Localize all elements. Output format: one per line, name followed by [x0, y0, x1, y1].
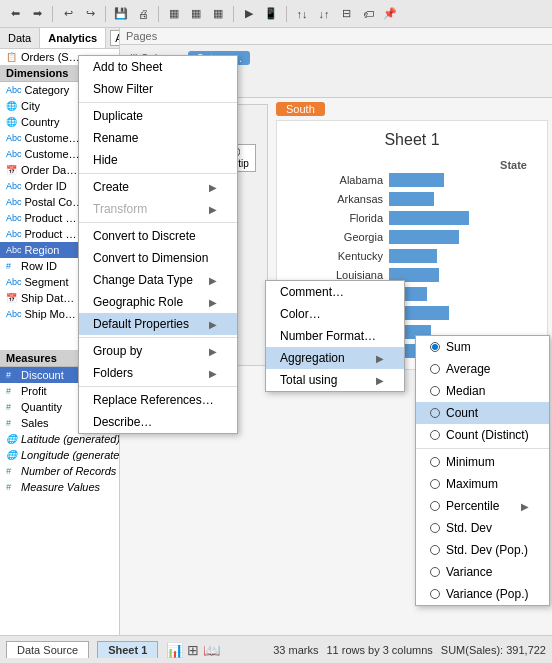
- ctx-create-label: Create: [93, 180, 129, 194]
- agg-sum-radio: [430, 342, 440, 352]
- context-menu-main: Add to Sheet Show Filter Duplicate Renam…: [78, 55, 238, 434]
- ctx-sep-5: [79, 386, 237, 387]
- agg-sum[interactable]: Sum: [416, 336, 549, 358]
- agg-variance-pop[interactable]: Variance (Pop.): [416, 583, 549, 605]
- agg-std-dev-radio: [430, 523, 440, 533]
- agg-std-dev-pop[interactable]: Std. Dev (Pop.): [416, 539, 549, 561]
- agg-std-dev[interactable]: Std. Dev: [416, 517, 549, 539]
- ctx-change-dtype-arrow: ▶: [209, 275, 217, 286]
- ctx-default-props-label: Default Properties: [93, 317, 189, 331]
- ctx-change-dtype[interactable]: Change Data Type▶: [79, 269, 237, 291]
- ctx-default-props-arrow: ▶: [209, 319, 217, 330]
- agg-percentile-label: Percentile: [446, 499, 499, 513]
- agg-variance-radio: [430, 567, 440, 577]
- submenu-default-props: Comment… Color… Number Format… Aggregati…: [265, 280, 405, 392]
- agg-count-label: Count: [446, 406, 478, 420]
- sub-color-label: Color…: [280, 307, 321, 321]
- ctx-transform: Transform▶: [79, 198, 237, 220]
- agg-maximum-radio: [430, 479, 440, 489]
- sub-color[interactable]: Color…: [266, 303, 404, 325]
- ctx-folders-arrow: ▶: [209, 368, 217, 379]
- ctx-default-props[interactable]: Default Properties▶: [79, 313, 237, 335]
- ctx-convert-dimension-label: Convert to Dimension: [93, 251, 208, 265]
- sub-number-format-label: Number Format…: [280, 329, 376, 343]
- ctx-convert-dimension[interactable]: Convert to Dimension: [79, 247, 237, 269]
- ctx-geo-role[interactable]: Geographic Role▶: [79, 291, 237, 313]
- sub-total-using-arrow: ▶: [376, 375, 384, 386]
- agg-std-dev-label: Std. Dev: [446, 521, 492, 535]
- agg-median-radio: [430, 386, 440, 396]
- ctx-folders[interactable]: Folders▶: [79, 362, 237, 384]
- ctx-convert-discrete-label: Convert to Discrete: [93, 229, 196, 243]
- agg-percentile-arrow: ▶: [521, 501, 529, 512]
- agg-median[interactable]: Median: [416, 380, 549, 402]
- ctx-rename[interactable]: Rename: [79, 127, 237, 149]
- sub-number-format[interactable]: Number Format…: [266, 325, 404, 347]
- ctx-create-arrow: ▶: [209, 182, 217, 193]
- agg-minimum-radio: [430, 457, 440, 467]
- ctx-replace-refs-label: Replace References…: [93, 393, 214, 407]
- agg-minimum[interactable]: Minimum: [416, 451, 549, 473]
- agg-count-distinct-label: Count (Distinct): [446, 428, 529, 442]
- ctx-change-dtype-label: Change Data Type: [93, 273, 193, 287]
- ctx-show-filter[interactable]: Show Filter: [79, 78, 237, 100]
- agg-maximum[interactable]: Maximum: [416, 473, 549, 495]
- ctx-sep-4: [79, 337, 237, 338]
- sub-total-using[interactable]: Total using▶: [266, 369, 404, 391]
- ctx-sep-3: [79, 222, 237, 223]
- agg-count[interactable]: Count: [416, 402, 549, 424]
- agg-variance-pop-label: Variance (Pop.): [446, 587, 528, 601]
- sub-aggregation[interactable]: Aggregation▶: [266, 347, 404, 369]
- agg-std-dev-pop-radio: [430, 545, 440, 555]
- agg-average-label: Average: [446, 362, 490, 376]
- ctx-create[interactable]: Create▶: [79, 176, 237, 198]
- ctx-group-by-arrow: ▶: [209, 346, 217, 357]
- ctx-hide-label: Hide: [93, 153, 118, 167]
- ctx-sep-1: [79, 102, 237, 103]
- ctx-replace-refs[interactable]: Replace References…: [79, 389, 237, 411]
- agg-count-distinct[interactable]: Count (Distinct): [416, 424, 549, 446]
- context-menu-overlay: Add to Sheet Show Filter Duplicate Renam…: [0, 0, 552, 663]
- ctx-rename-label: Rename: [93, 131, 138, 145]
- agg-median-label: Median: [446, 384, 485, 398]
- agg-variance[interactable]: Variance: [416, 561, 549, 583]
- ctx-show-filter-label: Show Filter: [93, 82, 153, 96]
- sub-aggregation-arrow: ▶: [376, 353, 384, 364]
- ctx-duplicate[interactable]: Duplicate: [79, 105, 237, 127]
- agg-count-distinct-radio: [430, 430, 440, 440]
- agg-percentile[interactable]: Percentile ▶: [416, 495, 549, 517]
- ctx-geo-role-arrow: ▶: [209, 297, 217, 308]
- agg-average[interactable]: Average: [416, 358, 549, 380]
- agg-percentile-radio: [430, 501, 440, 511]
- ctx-add-to-sheet[interactable]: Add to Sheet: [79, 56, 237, 78]
- ctx-add-to-sheet-label: Add to Sheet: [93, 60, 162, 74]
- ctx-describe-label: Describe…: [93, 415, 152, 429]
- sub-total-using-label: Total using: [280, 373, 337, 387]
- agg-sep: [416, 448, 549, 449]
- ctx-hide[interactable]: Hide: [79, 149, 237, 171]
- ctx-geo-role-label: Geographic Role: [93, 295, 183, 309]
- ctx-convert-discrete[interactable]: Convert to Discrete: [79, 225, 237, 247]
- ctx-duplicate-label: Duplicate: [93, 109, 143, 123]
- sub-comment[interactable]: Comment…: [266, 281, 404, 303]
- ctx-group-by[interactable]: Group by▶: [79, 340, 237, 362]
- agg-maximum-label: Maximum: [446, 477, 498, 491]
- agg-variance-pop-radio: [430, 589, 440, 599]
- ctx-sep-2: [79, 173, 237, 174]
- agg-sum-label: Sum: [446, 340, 471, 354]
- ctx-folders-label: Folders: [93, 366, 133, 380]
- sub-comment-label: Comment…: [280, 285, 344, 299]
- ctx-describe[interactable]: Describe…: [79, 411, 237, 433]
- submenu-aggregation: Sum Average Median Count Count (Distinct…: [415, 335, 550, 606]
- ctx-transform-label: Transform: [93, 202, 147, 216]
- agg-count-radio: [430, 408, 440, 418]
- agg-variance-label: Variance: [446, 565, 492, 579]
- agg-average-radio: [430, 364, 440, 374]
- agg-minimum-label: Minimum: [446, 455, 495, 469]
- sub-aggregation-label: Aggregation: [280, 351, 345, 365]
- ctx-transform-arrow: ▶: [209, 204, 217, 215]
- ctx-group-by-label: Group by: [93, 344, 142, 358]
- agg-std-dev-pop-label: Std. Dev (Pop.): [446, 543, 528, 557]
